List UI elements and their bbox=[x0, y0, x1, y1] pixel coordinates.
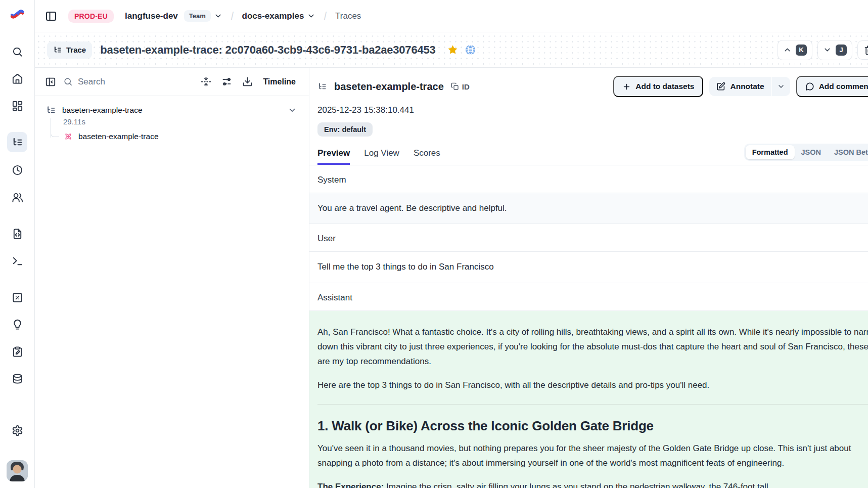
view-format-toggle: Formatted JSON JSON Beta bbox=[744, 144, 868, 161]
breadcrumb-separator: / bbox=[324, 9, 327, 23]
tree-elbow-connector bbox=[51, 130, 59, 137]
next-shortcut-key: J bbox=[836, 45, 847, 56]
add-to-datasets-button[interactable]: Add to datasets bbox=[613, 76, 703, 97]
settings-gear-icon[interactable] bbox=[7, 420, 27, 440]
plus-icon bbox=[622, 82, 631, 91]
system-message-text: You are a travel agent. Be descriptive a… bbox=[317, 203, 507, 213]
prev-shortcut-key: K bbox=[796, 45, 807, 56]
comment-bubble-icon bbox=[805, 82, 814, 91]
assistant-bold-lead: The Experience: bbox=[317, 482, 384, 488]
markdown-divider bbox=[317, 404, 868, 405]
next-trace-button[interactable]: J bbox=[817, 40, 852, 60]
chevron-down-icon bbox=[823, 46, 832, 54]
content-column: PROD-EU langfuse-dev Team / docs-example… bbox=[35, 0, 868, 488]
breadcrumb-section[interactable]: Traces bbox=[335, 11, 361, 21]
playground-terminal-icon[interactable] bbox=[7, 250, 27, 271]
annotate-label: Annotate bbox=[730, 82, 764, 91]
view-option-json[interactable]: JSON bbox=[795, 145, 828, 159]
tree-children: 29.11s baseten-example-trace bbox=[46, 117, 297, 141]
tab-preview[interactable]: Preview bbox=[317, 148, 350, 165]
prompts-file-code-icon[interactable] bbox=[7, 224, 27, 244]
view-option-json-beta[interactable]: JSON Beta bbox=[828, 145, 868, 159]
datasets-database-icon[interactable] bbox=[7, 369, 27, 389]
collapse-panel-icon[interactable] bbox=[45, 76, 56, 87]
annotate-dropdown-chevron-icon[interactable] bbox=[772, 77, 790, 96]
tab-log-view[interactable]: Log View bbox=[364, 148, 399, 165]
body-split: Timeline baseten-example-trace bbox=[35, 68, 868, 488]
tree-root-label: baseten-example-trace bbox=[62, 106, 143, 115]
tree-root-row[interactable]: baseten-example-trace bbox=[46, 105, 297, 115]
assistant-heading: 1. Walk (or Bike) Across the Iconic Gold… bbox=[317, 416, 868, 436]
view-option-formatted[interactable]: Formatted bbox=[746, 145, 795, 159]
dashboards-icon[interactable] bbox=[7, 96, 27, 116]
trace-detail-panel: baseten-example-trace ID Add to datasets… bbox=[309, 68, 868, 488]
list-tree-icon bbox=[53, 46, 62, 55]
add-comment-button[interactable]: Add comment bbox=[796, 76, 868, 97]
trace-type-chip: Trace bbox=[47, 41, 92, 59]
breadcrumb-org[interactable]: langfuse-dev bbox=[125, 11, 178, 21]
copy-icon bbox=[451, 82, 459, 91]
tree-child-row[interactable]: baseten-example-trace bbox=[46, 132, 297, 141]
tree-collapse-chevron-icon[interactable] bbox=[288, 106, 297, 115]
chevron-up-icon bbox=[783, 46, 792, 54]
tree-root-duration: 29.11s bbox=[63, 117, 297, 126]
view-settings-icon[interactable] bbox=[221, 76, 232, 87]
assistant-paragraph: The Experience: Imagine the crisp, salty… bbox=[317, 479, 868, 488]
search-icon[interactable] bbox=[7, 41, 27, 62]
pen-square-icon bbox=[716, 82, 725, 91]
project-chevron-down-icon[interactable] bbox=[307, 12, 315, 20]
trace-node-icon bbox=[317, 82, 327, 92]
org-chevron-down-icon[interactable] bbox=[214, 12, 222, 20]
tab-scores[interactable]: Scores bbox=[414, 148, 440, 165]
breadcrumb-separator: / bbox=[231, 9, 233, 23]
user-role-label: User bbox=[309, 224, 868, 251]
app-root: PROD-EU langfuse-dev Team / docs-example… bbox=[0, 0, 868, 488]
span-pinwheel-icon bbox=[64, 132, 73, 141]
system-role-label: System bbox=[309, 165, 868, 193]
tree-child-label: baseten-example-trace bbox=[78, 132, 159, 141]
assistant-message: Ah, San Francisco! What a fantastic choi… bbox=[309, 310, 868, 488]
tracing-icon[interactable] bbox=[7, 132, 27, 152]
tree-panel-toolbar: Timeline bbox=[35, 68, 309, 96]
trace-timestamp: 2025-12-23 15:38:10.441 bbox=[309, 97, 868, 115]
annotate-button[interactable]: Annotate bbox=[709, 77, 771, 96]
add-comment-label: Add comment bbox=[819, 82, 868, 91]
icon-rail bbox=[0, 0, 35, 488]
assistant-role-label: Assistant bbox=[309, 283, 868, 310]
detail-tabs: Preview Log View Scores bbox=[317, 148, 440, 165]
trace-node-icon bbox=[46, 105, 56, 115]
org-type-badge: Team bbox=[184, 10, 211, 22]
insights-lightbulb-icon[interactable] bbox=[7, 315, 27, 335]
tree-search[interactable] bbox=[63, 77, 194, 87]
public-globe-icon[interactable] bbox=[465, 44, 476, 56]
env-row: Env: default bbox=[309, 115, 868, 137]
assistant-paragraph: You've seen it in a thousand movies, but… bbox=[317, 441, 868, 470]
add-to-datasets-label: Add to datasets bbox=[635, 82, 694, 91]
langfuse-logo-icon[interactable] bbox=[10, 7, 25, 22]
delete-trace-button[interactable] bbox=[857, 40, 868, 60]
copy-id-button[interactable]: ID bbox=[451, 82, 470, 91]
user-message: Tell me the top 3 things to do in San Fr… bbox=[309, 251, 868, 283]
breadcrumb-project[interactable]: docs-examples bbox=[242, 11, 304, 21]
sessions-clock-icon[interactable] bbox=[7, 160, 27, 180]
tree-search-input[interactable] bbox=[78, 77, 169, 87]
user-avatar[interactable] bbox=[7, 460, 28, 481]
evaluation-percent-icon[interactable] bbox=[7, 287, 27, 307]
annotate-split-button: Annotate bbox=[709, 77, 790, 96]
trace-header-row: Trace baseten-example-trace: 2c070a60-3c… bbox=[35, 32, 868, 68]
collapse-all-icon[interactable] bbox=[201, 76, 211, 87]
download-icon[interactable] bbox=[242, 76, 253, 87]
annotation-clipboard-icon[interactable] bbox=[7, 341, 27, 362]
bookmark-star-icon[interactable] bbox=[447, 44, 459, 56]
home-icon[interactable] bbox=[7, 68, 27, 88]
assistant-paragraph: Ah, San Francisco! What a fantastic choi… bbox=[317, 325, 868, 369]
sidebar-toggle-icon[interactable] bbox=[45, 10, 57, 22]
trash-icon bbox=[864, 45, 868, 55]
env-badge[interactable]: Env: default bbox=[317, 122, 373, 137]
trace-chip-label: Trace bbox=[66, 46, 86, 54]
environment-badge[interactable]: PROD-EU bbox=[68, 10, 114, 23]
top-navigation: PROD-EU langfuse-dev Team / docs-example… bbox=[35, 0, 868, 32]
timeline-toggle-label[interactable]: Timeline bbox=[263, 77, 296, 86]
users-icon[interactable] bbox=[7, 187, 27, 207]
prev-trace-button[interactable]: K bbox=[778, 40, 812, 60]
